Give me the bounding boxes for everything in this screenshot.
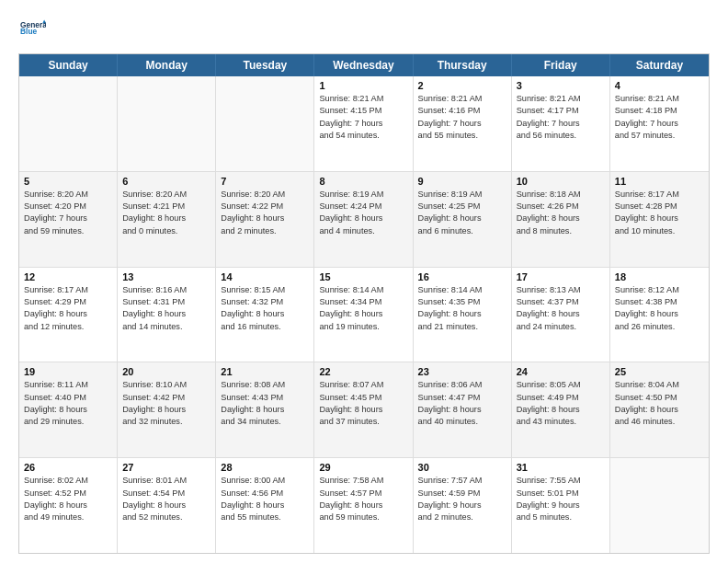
day-cell-31: 31Sunrise: 7:55 AM Sunset: 5:01 PM Dayli… (512, 458, 610, 553)
day-cell-6: 6Sunrise: 8:20 AM Sunset: 4:21 PM Daylig… (118, 172, 216, 267)
day-cell-26: 26Sunrise: 8:02 AM Sunset: 4:52 PM Dayli… (19, 458, 118, 553)
empty-cell (610, 458, 709, 553)
calendar-header: SundayMondayTuesdayWednesdayThursdayFrid… (19, 54, 709, 76)
day-number: 15 (319, 271, 407, 282)
day-info: Sunrise: 8:06 AM Sunset: 4:47 PM Dayligh… (418, 379, 506, 428)
day-number: 22 (319, 366, 407, 377)
day-info: Sunrise: 8:21 AM Sunset: 4:16 PM Dayligh… (418, 93, 506, 142)
day-number: 21 (221, 366, 309, 377)
day-number: 10 (517, 176, 605, 187)
day-cell-14: 14Sunrise: 8:15 AM Sunset: 4:32 PM Dayli… (216, 268, 314, 362)
day-info: Sunrise: 7:58 AM Sunset: 4:57 PM Dayligh… (319, 475, 407, 523)
day-info: Sunrise: 8:21 AM Sunset: 4:18 PM Dayligh… (615, 93, 704, 142)
day-number: 18 (615, 271, 704, 282)
day-cell-11: 11Sunrise: 8:17 AM Sunset: 4:28 PM Dayli… (610, 172, 709, 267)
day-info: Sunrise: 8:17 AM Sunset: 4:28 PM Dayligh… (615, 189, 704, 237)
day-number: 13 (122, 271, 210, 282)
day-info: Sunrise: 8:21 AM Sunset: 4:15 PM Dayligh… (319, 93, 407, 142)
day-cell-24: 24Sunrise: 8:05 AM Sunset: 4:49 PM Dayli… (512, 362, 610, 457)
day-cell-27: 27Sunrise: 8:01 AM Sunset: 4:54 PM Dayli… (118, 458, 216, 553)
day-number: 2 (418, 80, 506, 91)
day-info: Sunrise: 8:15 AM Sunset: 4:32 PM Dayligh… (221, 284, 309, 333)
day-cell-13: 13Sunrise: 8:16 AM Sunset: 4:31 PM Dayli… (118, 268, 216, 362)
day-info: Sunrise: 8:10 AM Sunset: 4:42 PM Dayligh… (122, 379, 210, 428)
day-cell-8: 8Sunrise: 8:19 AM Sunset: 4:24 PM Daylig… (314, 172, 413, 267)
day-number: 4 (615, 80, 704, 91)
day-header-monday: Monday (118, 54, 216, 76)
day-cell-7: 7Sunrise: 8:20 AM Sunset: 4:22 PM Daylig… (216, 172, 314, 267)
day-info: Sunrise: 8:08 AM Sunset: 4:43 PM Dayligh… (221, 379, 309, 428)
day-info: Sunrise: 8:18 AM Sunset: 4:26 PM Dayligh… (517, 189, 605, 237)
day-number: 7 (221, 176, 309, 187)
day-cell-23: 23Sunrise: 8:06 AM Sunset: 4:47 PM Dayli… (414, 362, 512, 457)
day-number: 28 (221, 462, 309, 473)
day-info: Sunrise: 8:17 AM Sunset: 4:29 PM Dayligh… (24, 284, 112, 333)
day-cell-9: 9Sunrise: 8:19 AM Sunset: 4:25 PM Daylig… (414, 172, 512, 267)
day-number: 16 (418, 271, 506, 282)
svg-text:Blue: Blue (20, 27, 37, 36)
day-number: 20 (122, 366, 210, 377)
day-number: 8 (319, 176, 407, 187)
calendar-body: 1Sunrise: 8:21 AM Sunset: 4:15 PM Daylig… (19, 76, 709, 553)
calendar-row-5: 26Sunrise: 8:02 AM Sunset: 4:52 PM Dayli… (19, 458, 709, 553)
day-cell-30: 30Sunrise: 7:57 AM Sunset: 4:59 PM Dayli… (414, 458, 512, 553)
day-number: 31 (517, 462, 605, 473)
day-number: 29 (319, 462, 407, 473)
day-cell-17: 17Sunrise: 8:13 AM Sunset: 4:37 PM Dayli… (512, 268, 610, 362)
day-number: 17 (517, 271, 605, 282)
calendar: SundayMondayTuesdayWednesdayThursdayFrid… (18, 53, 710, 554)
day-cell-5: 5Sunrise: 8:20 AM Sunset: 4:20 PM Daylig… (19, 172, 118, 267)
day-cell-25: 25Sunrise: 8:04 AM Sunset: 4:50 PM Dayli… (610, 362, 709, 457)
page: General Blue SundayMondayTuesdayWednesda… (0, 0, 728, 563)
day-number: 30 (418, 462, 506, 473)
day-info: Sunrise: 8:12 AM Sunset: 4:38 PM Dayligh… (615, 284, 704, 333)
day-number: 9 (418, 176, 506, 187)
day-cell-4: 4Sunrise: 8:21 AM Sunset: 4:18 PM Daylig… (610, 76, 709, 171)
logo-icon: General Blue (20, 17, 46, 42)
day-info: Sunrise: 8:13 AM Sunset: 4:37 PM Dayligh… (517, 284, 605, 333)
day-info: Sunrise: 8:11 AM Sunset: 4:40 PM Dayligh… (24, 379, 112, 428)
day-info: Sunrise: 8:20 AM Sunset: 4:22 PM Dayligh… (221, 189, 309, 237)
day-cell-12: 12Sunrise: 8:17 AM Sunset: 4:29 PM Dayli… (19, 268, 118, 362)
day-number: 1 (319, 80, 407, 91)
day-header-thursday: Thursday (414, 54, 512, 76)
calendar-row-3: 12Sunrise: 8:17 AM Sunset: 4:29 PM Dayli… (19, 268, 709, 363)
day-header-saturday: Saturday (610, 54, 709, 76)
day-number: 3 (517, 80, 605, 91)
day-header-friday: Friday (512, 54, 610, 76)
day-info: Sunrise: 8:19 AM Sunset: 4:24 PM Dayligh… (319, 189, 407, 237)
day-cell-21: 21Sunrise: 8:08 AM Sunset: 4:43 PM Dayli… (216, 362, 314, 457)
day-info: Sunrise: 8:14 AM Sunset: 4:34 PM Dayligh… (319, 284, 407, 333)
day-info: Sunrise: 8:01 AM Sunset: 4:54 PM Dayligh… (122, 475, 210, 523)
day-number: 14 (221, 271, 309, 282)
day-number: 24 (517, 366, 605, 377)
day-header-sunday: Sunday (19, 54, 118, 76)
day-cell-22: 22Sunrise: 8:07 AM Sunset: 4:45 PM Dayli… (314, 362, 413, 457)
day-number: 6 (122, 176, 210, 187)
day-cell-3: 3Sunrise: 8:21 AM Sunset: 4:17 PM Daylig… (512, 76, 610, 171)
day-number: 26 (24, 462, 112, 473)
day-number: 12 (24, 271, 112, 282)
day-header-wednesday: Wednesday (314, 54, 413, 76)
empty-cell (19, 76, 118, 171)
day-cell-19: 19Sunrise: 8:11 AM Sunset: 4:40 PM Dayli… (19, 362, 118, 457)
day-info: Sunrise: 8:00 AM Sunset: 4:56 PM Dayligh… (221, 475, 309, 523)
logo: General Blue (18, 17, 46, 46)
day-number: 11 (615, 176, 704, 187)
day-info: Sunrise: 8:20 AM Sunset: 4:21 PM Dayligh… (122, 189, 210, 237)
day-number: 25 (615, 366, 704, 377)
day-info: Sunrise: 8:21 AM Sunset: 4:17 PM Dayligh… (517, 93, 605, 142)
calendar-row-4: 19Sunrise: 8:11 AM Sunset: 4:40 PM Dayli… (19, 362, 709, 458)
day-cell-16: 16Sunrise: 8:14 AM Sunset: 4:35 PM Dayli… (414, 268, 512, 362)
day-cell-1: 1Sunrise: 8:21 AM Sunset: 4:15 PM Daylig… (314, 76, 413, 171)
day-info: Sunrise: 8:19 AM Sunset: 4:25 PM Dayligh… (418, 189, 506, 237)
day-cell-2: 2Sunrise: 8:21 AM Sunset: 4:16 PM Daylig… (414, 76, 512, 171)
day-info: Sunrise: 8:02 AM Sunset: 4:52 PM Dayligh… (24, 475, 112, 523)
day-cell-10: 10Sunrise: 8:18 AM Sunset: 4:26 PM Dayli… (512, 172, 610, 267)
day-cell-18: 18Sunrise: 8:12 AM Sunset: 4:38 PM Dayli… (610, 268, 709, 362)
day-number: 23 (418, 366, 506, 377)
day-info: Sunrise: 8:14 AM Sunset: 4:35 PM Dayligh… (418, 284, 506, 333)
day-cell-28: 28Sunrise: 8:00 AM Sunset: 4:56 PM Dayli… (216, 458, 314, 553)
day-info: Sunrise: 8:20 AM Sunset: 4:20 PM Dayligh… (24, 189, 112, 237)
day-cell-29: 29Sunrise: 7:58 AM Sunset: 4:57 PM Dayli… (314, 458, 413, 553)
